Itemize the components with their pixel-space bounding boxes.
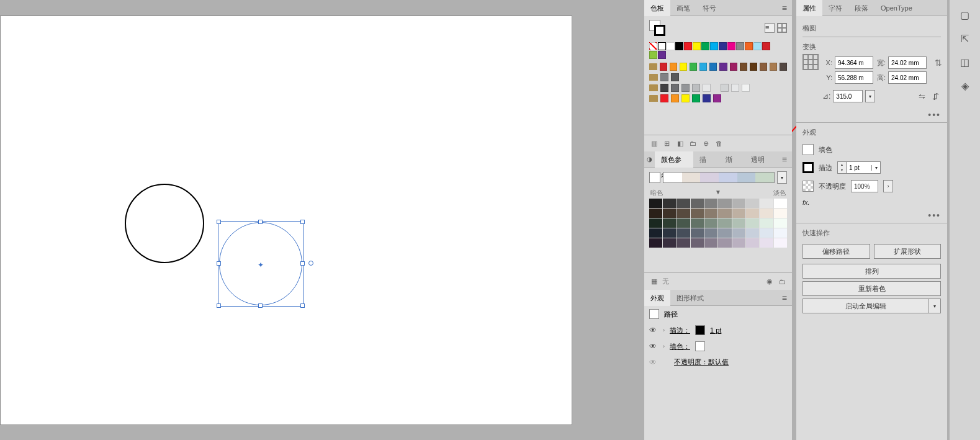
swatch[interactable]: [681, 94, 690, 102]
tab-opentype[interactable]: OpenType: [874, 0, 919, 16]
swatch-library-icon[interactable]: ▥: [649, 139, 659, 148]
visibility-icon[interactable]: 👁: [649, 358, 658, 367]
tab-properties[interactable]: 属性: [796, 0, 822, 16]
tab-swatches[interactable]: 色板: [644, 0, 670, 16]
limit-colors-icon[interactable]: ▦: [649, 277, 659, 286]
swatch[interactable]: [718, 228, 731, 238]
swatch[interactable]: [746, 199, 759, 208]
folder-icon[interactable]: [649, 84, 658, 91]
swatch[interactable]: [684, 42, 692, 50]
swatch[interactable]: [760, 218, 773, 228]
swatch[interactable]: [663, 228, 676, 238]
expand-arrow-icon[interactable]: ›: [663, 327, 665, 333]
global-edit-button[interactable]: 启动全局编辑: [802, 299, 928, 313]
stroke-weight-link[interactable]: 1 pt: [710, 326, 721, 334]
swatch[interactable]: [718, 218, 731, 228]
stroke-color[interactable]: [695, 325, 705, 335]
width-input[interactable]: [888, 56, 927, 69]
swatch[interactable]: [718, 238, 731, 248]
swatch[interactable]: [727, 42, 735, 50]
swatch[interactable]: [663, 209, 676, 218]
pie-handle-icon[interactable]: [308, 261, 313, 266]
tab-transparency[interactable]: 透明度: [745, 151, 777, 168]
swatch[interactable]: [732, 238, 745, 248]
handle-top-right[interactable]: [300, 220, 305, 224]
swatch[interactable]: [753, 42, 762, 50]
tab-graphic-styles[interactable]: 图形样式: [670, 290, 710, 306]
global-edit-dropdown[interactable]: ▾: [928, 299, 941, 313]
swatch[interactable]: [746, 209, 759, 218]
tab-character[interactable]: 字符: [822, 0, 848, 16]
visibility-icon[interactable]: 👁: [649, 326, 658, 334]
more-options-icon[interactable]: •••: [796, 209, 947, 222]
swatch-registration[interactable]: [658, 42, 666, 50]
handle-bot-left[interactable]: [217, 303, 221, 308]
swatch[interactable]: [691, 209, 704, 218]
handle-bot-right[interactable]: [300, 303, 305, 308]
opacity-dropdown[interactable]: ›: [883, 180, 893, 192]
x-input[interactable]: [835, 56, 873, 69]
fill-stroke-proxy[interactable]: [649, 20, 665, 36]
swatch[interactable]: [649, 51, 657, 59]
stroke-weight-dropdown[interactable]: ▾: [871, 165, 880, 171]
swatch-options-icon[interactable]: ◧: [675, 139, 685, 148]
swatch[interactable]: [730, 63, 737, 71]
opacity-link[interactable]: 不透明度：默认值: [674, 357, 729, 367]
expand-shape-button[interactable]: 扩展形状: [874, 244, 942, 259]
swatch[interactable]: [718, 209, 731, 218]
handle-mid-left[interactable]: [217, 261, 221, 266]
swatch[interactable]: [732, 218, 745, 228]
selected-circle[interactable]: ✦: [219, 222, 302, 305]
swatch[interactable]: [660, 94, 668, 102]
swatch[interactable]: [774, 199, 787, 208]
flip-horizontal-icon[interactable]: ⇋: [916, 91, 927, 102]
swatch[interactable]: [745, 42, 753, 50]
swatch-none[interactable]: [649, 42, 657, 50]
recolor-button[interactable]: 重新着色: [802, 281, 941, 296]
swatch[interactable]: [681, 84, 690, 92]
stroke-weight-input[interactable]: ▴▾ ▾: [837, 161, 881, 174]
tab-symbols[interactable]: 符号: [696, 0, 722, 16]
fx-label[interactable]: fx.: [802, 199, 810, 206]
swatch[interactable]: [677, 228, 690, 238]
offset-path-button[interactable]: 偏移路径: [802, 244, 870, 259]
stroke-proxy[interactable]: [654, 25, 665, 36]
swatch[interactable]: [671, 84, 679, 92]
panel-menu-icon[interactable]: ≡: [777, 3, 792, 13]
swatch[interactable]: [658, 51, 666, 59]
base-color[interactable]: [649, 172, 660, 183]
swatch[interactable]: [691, 238, 704, 248]
layers-icon[interactable]: ◈: [956, 77, 974, 94]
folder-icon[interactable]: [649, 63, 657, 70]
swatch[interactable]: [699, 63, 707, 71]
swatch[interactable]: [667, 42, 675, 50]
tab-gradient[interactable]: 渐变: [719, 151, 745, 168]
swatch[interactable]: [691, 228, 704, 238]
stepper-down-icon[interactable]: ▾: [838, 168, 846, 173]
swatch[interactable]: [660, 73, 668, 81]
swatch[interactable]: [649, 238, 662, 248]
swatch[interactable]: [704, 209, 717, 218]
swatch[interactable]: [677, 218, 690, 228]
swatch[interactable]: [670, 63, 677, 71]
stepper-up-icon[interactable]: ▴: [838, 162, 846, 168]
swatch[interactable]: [732, 199, 745, 208]
swatch[interactable]: [660, 84, 668, 92]
swatch[interactable]: [774, 228, 787, 238]
panel-menu-icon[interactable]: ≡: [777, 293, 792, 303]
swatch[interactable]: [663, 199, 676, 208]
constrain-proportions-icon[interactable]: ⇅: [933, 53, 943, 72]
tab-paragraph[interactable]: 段落: [848, 0, 874, 16]
swatch[interactable]: [760, 228, 773, 238]
arrange-button[interactable]: 排列: [802, 264, 941, 279]
pathfinder-icon[interactable]: ◫: [956, 53, 974, 71]
swatch[interactable]: [760, 238, 773, 248]
swatch[interactable]: [701, 42, 709, 50]
save-group-icon[interactable]: 🗀: [778, 277, 787, 286]
height-input[interactable]: [888, 71, 927, 84]
rotation-input[interactable]: [833, 90, 863, 102]
swatch[interactable]: [719, 42, 727, 50]
swatch[interactable]: [671, 94, 679, 102]
expand-arrow-icon[interactable]: ›: [663, 343, 665, 349]
swatch[interactable]: [746, 228, 759, 238]
